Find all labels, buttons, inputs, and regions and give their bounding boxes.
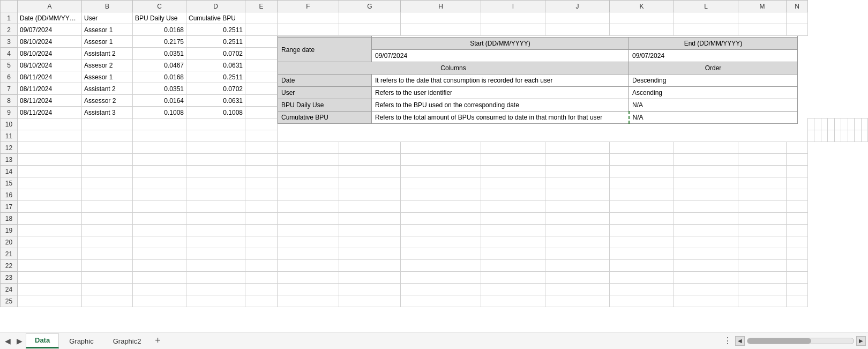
cell-1K[interactable] — [610, 12, 674, 24]
cell-1G[interactable] — [339, 12, 401, 24]
cell-9B[interactable]: Assistant 3 — [82, 107, 133, 118]
table-row: 1 Date (DD/MM/YYYY) User BPU Daily Use C… — [1, 12, 868, 24]
cell-4D[interactable]: 0.0702 — [186, 48, 245, 60]
cell-2F[interactable] — [278, 24, 339, 36]
cell-7D[interactable]: 0.0702 — [186, 83, 245, 95]
cell-4C[interactable]: 0.0351 — [133, 48, 186, 60]
cell-1C[interactable]: BPU Daily Use — [133, 12, 186, 24]
cell-3E[interactable] — [245, 36, 278, 48]
add-sheet-button[interactable]: + — [151, 335, 164, 347]
cell-2C[interactable]: 0.0168 — [133, 24, 186, 36]
col-header-H[interactable]: H — [401, 1, 481, 12]
cell-6E[interactable] — [245, 71, 278, 83]
col-header-K[interactable]: K — [610, 1, 674, 12]
cell-2K[interactable] — [610, 24, 674, 36]
col-header-D[interactable]: D — [186, 1, 245, 12]
cell-1H[interactable] — [401, 12, 481, 24]
row-header: 7 — [1, 83, 18, 95]
tab-scroll-left-button[interactable]: ◀ — [2, 336, 13, 346]
col-header-I[interactable]: I — [481, 1, 545, 12]
cell-3A[interactable]: 08/10/2024 — [18, 36, 82, 48]
col-header-J[interactable]: J — [545, 1, 610, 12]
col-header-M[interactable]: M — [738, 1, 787, 12]
col-header-L[interactable]: L — [674, 1, 738, 12]
cell-2H[interactable] — [401, 24, 481, 36]
cell-2N[interactable] — [787, 24, 808, 36]
end-value[interactable]: 09/07/2024 — [629, 50, 798, 62]
cell-9A[interactable]: 08/11/2024 — [18, 107, 82, 118]
row-header: 3 — [1, 36, 18, 48]
col-header-E[interactable]: E — [245, 1, 278, 12]
cell-1F[interactable] — [278, 12, 339, 24]
tab-graphic[interactable]: Graphic — [60, 333, 103, 348]
cell-3B[interactable]: Assesor 1 — [82, 36, 133, 48]
cell-4E[interactable] — [245, 48, 278, 60]
cell-1I[interactable] — [481, 12, 545, 24]
cell-7A[interactable]: 08/11/2024 — [18, 83, 82, 95]
row-header: 25 — [1, 295, 18, 307]
cell-1L[interactable] — [674, 12, 738, 24]
cell-5A[interactable]: 08/10/2024 — [18, 60, 82, 71]
col-header-A[interactable]: A — [18, 1, 82, 12]
cell-6B[interactable]: Assesor 1 — [82, 71, 133, 83]
cell-2E[interactable] — [245, 24, 278, 36]
cell-4B[interactable]: Assistant 2 — [82, 48, 133, 60]
cell-8C[interactable]: 0.0164 — [133, 95, 186, 107]
row-header: 19 — [1, 225, 18, 236]
cell-2M[interactable] — [738, 24, 787, 36]
scrollbar-track[interactable] — [747, 338, 854, 344]
cell-8A[interactable]: 08/11/2024 — [18, 95, 82, 107]
cell-2I[interactable] — [481, 24, 545, 36]
cell-6A[interactable]: 08/11/2024 — [18, 71, 82, 83]
cell-8E[interactable] — [245, 95, 278, 107]
cell-7E[interactable] — [245, 83, 278, 95]
col-header-N[interactable]: N — [787, 1, 808, 12]
cell-5B[interactable]: Assesor 2 — [82, 60, 133, 71]
scroll-left-arrow[interactable]: ◀ — [735, 336, 745, 346]
cell-8B[interactable]: Assessor 2 — [82, 95, 133, 107]
cell-6D[interactable]: 0.2511 — [186, 71, 245, 83]
start-value[interactable]: 09/07/2024 — [372, 50, 629, 62]
cell-3C[interactable]: 0.2175 — [133, 36, 186, 48]
col-header-F[interactable]: F — [278, 1, 339, 12]
cell-8D[interactable]: 0.0631 — [186, 95, 245, 107]
table-row: 13 — [1, 154, 868, 166]
row-header: 22 — [1, 260, 18, 272]
col-header-C[interactable]: C — [133, 1, 186, 12]
cell-1J[interactable] — [545, 12, 610, 24]
cell-2J[interactable] — [545, 24, 610, 36]
cell-1M[interactable] — [738, 12, 787, 24]
cell-2A[interactable]: 09/07/2024 — [18, 24, 82, 36]
cell-1B[interactable]: User — [82, 12, 133, 24]
cell-6C[interactable]: 0.0168 — [133, 71, 186, 83]
cell-1N[interactable] — [787, 12, 808, 24]
scrollbar-thumb[interactable] — [747, 338, 811, 344]
col-header-G[interactable]: G — [339, 1, 401, 12]
cell-7C[interactable]: 0.0351 — [133, 83, 186, 95]
scroll-right-arrow[interactable]: ▶ — [856, 336, 866, 346]
cell-2D[interactable]: 0.2511 — [186, 24, 245, 36]
cell-9C[interactable]: 0.1008 — [133, 107, 186, 118]
cell-9D[interactable]: 0.1008 — [186, 107, 245, 118]
cell-1D[interactable]: Cumulative BPU — [186, 12, 245, 24]
cell-1E[interactable] — [245, 12, 278, 24]
col-cumulative-desc: Refers to the total amount of BPUs consu… — [372, 112, 629, 124]
cell-9E[interactable] — [245, 107, 278, 118]
tab-options-button[interactable]: ⋮ — [723, 336, 732, 346]
cell-5D[interactable]: 0.0631 — [186, 60, 245, 71]
table-row: 17 — [1, 201, 868, 213]
cell-3D[interactable]: 0.2511 — [186, 36, 245, 48]
cell-5E[interactable] — [245, 60, 278, 71]
col-user-label: User — [278, 87, 372, 99]
cell-1A[interactable]: Date (DD/MM/YYYY) — [18, 12, 82, 24]
cell-2L[interactable] — [674, 24, 738, 36]
tab-graphic2[interactable]: Graphic2 — [104, 333, 151, 348]
cell-2B[interactable]: Assesor 1 — [82, 24, 133, 36]
cell-5C[interactable]: 0.0467 — [133, 60, 186, 71]
cell-4A[interactable]: 08/10/2024 — [18, 48, 82, 60]
cell-7B[interactable]: Assistant 2 — [82, 83, 133, 95]
col-header-B[interactable]: B — [82, 1, 133, 12]
cell-2G[interactable] — [339, 24, 401, 36]
tab-data[interactable]: Data — [26, 333, 59, 348]
tab-scroll-right-button[interactable]: ▶ — [14, 336, 25, 346]
